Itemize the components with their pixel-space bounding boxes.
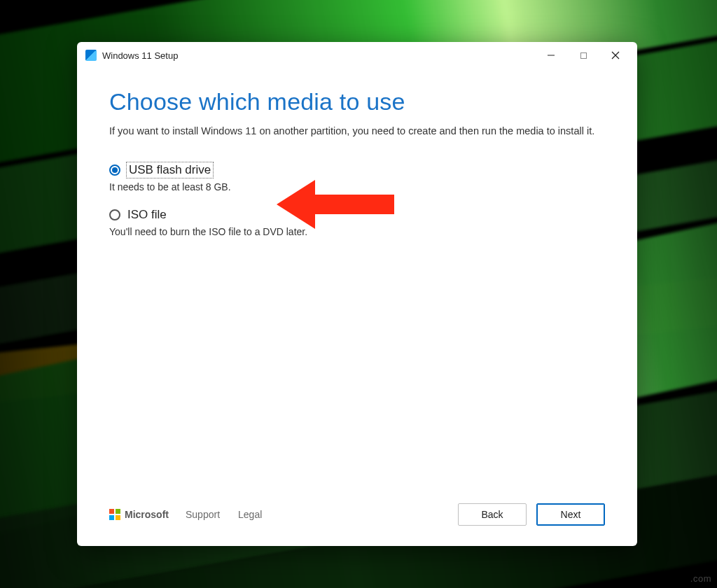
watermark-text: .com <box>690 573 711 584</box>
back-button[interactable]: Back <box>458 503 527 526</box>
footer-buttons: Back Next <box>458 503 605 526</box>
footer: Microsoft Support Legal Back Next <box>77 490 637 546</box>
page-heading: Choose which media to use <box>109 88 605 115</box>
next-button[interactable]: Next <box>536 503 605 526</box>
option-usb-desc: It needs to be at least 8 GB. <box>109 181 605 192</box>
close-icon <box>611 51 620 59</box>
svg-rect-1 <box>580 52 586 58</box>
radio-usb[interactable] <box>109 164 120 176</box>
microsoft-logo: Microsoft <box>109 509 169 520</box>
microsoft-logo-icon <box>109 509 120 520</box>
maximize-button[interactable] <box>567 45 599 66</box>
option-usb[interactable]: USB flash drive It needs to be at least … <box>109 163 605 192</box>
option-iso[interactable]: ISO file You'll need to burn the ISO fil… <box>109 208 605 237</box>
content-area: Choose which media to use If you want to… <box>77 69 637 490</box>
microsoft-logo-text: Microsoft <box>125 509 169 520</box>
titlebar[interactable]: Windows 11 Setup <box>77 42 637 69</box>
option-iso-desc: You'll need to burn the ISO file to a DV… <box>109 226 605 237</box>
setup-window: Windows 11 Setup Choose which media to u… <box>77 42 637 546</box>
desktop-wallpaper: Windows 11 Setup Choose which media to u… <box>0 0 717 588</box>
option-usb-label: USB flash drive <box>127 163 212 177</box>
radio-iso[interactable] <box>109 209 120 220</box>
minimize-icon <box>547 51 555 59</box>
window-title: Windows 11 Setup <box>102 50 178 61</box>
close-button[interactable] <box>599 45 632 66</box>
option-iso-label: ISO file <box>127 208 167 222</box>
maximize-icon <box>580 52 587 59</box>
window-controls <box>535 45 632 66</box>
page-subtext: If you want to install Windows 11 on ano… <box>109 124 605 138</box>
minimize-button[interactable] <box>535 45 567 66</box>
support-link[interactable]: Support <box>186 509 220 520</box>
legal-link[interactable]: Legal <box>238 509 262 520</box>
app-icon <box>85 50 97 61</box>
